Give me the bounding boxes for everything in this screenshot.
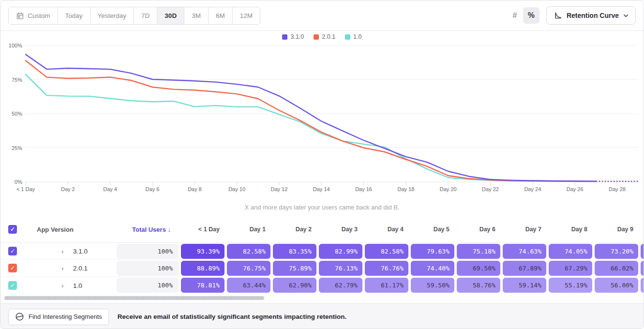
retention-cell: 82.58% [227, 244, 270, 259]
app-version-label: 3.1.0 [73, 248, 88, 255]
retention-cell: 88.89% [181, 261, 225, 276]
range-tab-custom[interactable]: Custom [9, 7, 58, 24]
retention-cell: 67.29% [549, 261, 592, 276]
series-line-1.0 [26, 75, 596, 181]
retention-cell: 59.50% [411, 278, 454, 293]
y-axis-tick-label: 50% [12, 111, 22, 117]
find-segments-button[interactable]: Find Interesting Segments [8, 309, 109, 325]
column-header-day-1[interactable]: Day 1 [227, 226, 266, 233]
y-axis-tick-label: 100% [9, 43, 22, 48]
retention-cell: 62.79% [319, 278, 362, 293]
row-checkbox-2.0.1[interactable]: ✓ [8, 264, 17, 272]
expand-chevron-icon[interactable]: › [61, 265, 63, 271]
retention-cell: 83.35% [273, 244, 316, 259]
x-axis-tick-label: Day 8 [188, 186, 202, 192]
app-version-label: 1.0 [73, 282, 82, 289]
row-checkbox-1.0[interactable]: ✓ [8, 281, 17, 290]
x-axis-tick-label: Day 4 [103, 186, 117, 192]
percentage-toggle[interactable]: % [523, 7, 539, 24]
retention-cell-partial [641, 244, 644, 259]
range-tab-label: 30D [165, 12, 177, 19]
retention-cell: 56.00% [595, 278, 638, 293]
retention-cell: 69.50% [457, 261, 500, 276]
select-all-checkbox[interactable]: ✓ [8, 225, 17, 234]
column-header-day-7[interactable]: Day 7 [503, 226, 541, 233]
range-tab-7d[interactable]: 7D [134, 7, 157, 24]
expand-chevron-icon[interactable]: › [61, 248, 63, 254]
column-header-total-users[interactable]: Total Users ↓ [117, 225, 171, 233]
x-axis-tick-label: Day 26 [567, 186, 584, 192]
range-tab-yesterday[interactable]: Yesterday [90, 7, 134, 24]
range-tab-today[interactable]: Today [58, 7, 90, 24]
range-tab-30d[interactable]: 30D [157, 7, 184, 24]
chart-type-label: Retention Curve [567, 12, 619, 19]
retention-cell: 75.89% [273, 261, 316, 276]
legend-label: 2.0.1 [322, 33, 335, 40]
range-tab-3m[interactable]: 3M [184, 7, 208, 24]
legend-label: 3.1.0 [290, 33, 304, 40]
legend-item-3.1.0[interactable]: 3.1.0 [282, 33, 304, 40]
x-axis-tick-label: Day 12 [270, 186, 287, 192]
table-row-3.1.0: ✓›3.1.0100%93.39%82.58%83.35%82.99%82.58… [0, 243, 644, 260]
footer-bar: Find Interesting Segments Receive an ema… [0, 303, 644, 329]
retention-cell: 74.40% [411, 261, 454, 276]
expand-chevron-icon[interactable]: › [61, 282, 63, 288]
column-header-day-9[interactable]: Day 9 [595, 226, 633, 233]
total-users-cell: 100% [117, 278, 179, 293]
range-tab-label: 6M [216, 12, 225, 19]
table-row-2.0.1: ✓›2.0.1100%88.89%76.75%75.89%76.13%76.76… [0, 260, 644, 277]
retention-cell: 63.44% [227, 278, 270, 293]
series-line-3.1.0 [26, 55, 596, 181]
column-header-1-day[interactable]: < 1 Day [181, 226, 220, 233]
retention-cell: 67.89% [503, 261, 546, 276]
retention-cell: 61.17% [365, 278, 408, 293]
column-header-day-8[interactable]: Day 8 [549, 226, 587, 233]
table-row-1.0: ✓›1.0100%78.81%63.44%62.90%62.79%61.17%5… [0, 277, 644, 294]
retention-cell-partial [641, 261, 644, 276]
x-axis-tick-label: Day 14 [313, 186, 330, 192]
chart-legend: 3.1.02.0.11.0 [0, 33, 644, 40]
retention-cell: 75.18% [457, 244, 500, 259]
segments-circle-icon [15, 312, 24, 321]
calendar-icon [16, 12, 24, 20]
column-header-day-2[interactable]: Day 2 [273, 226, 312, 233]
legend-item-1.0[interactable]: 1.0 [345, 33, 361, 40]
x-axis-tick-label: < 1 Day [16, 186, 35, 192]
column-header-day-4[interactable]: Day 4 [365, 226, 404, 233]
absolute-numbers-toggle[interactable]: # [507, 7, 523, 24]
retention-cell: 62.90% [273, 278, 316, 293]
sort-descending-icon: ↓ [168, 225, 171, 233]
find-segments-label: Find Interesting Segments [29, 313, 102, 320]
x-axis-tick-label: Day 16 [355, 186, 372, 192]
retention-cell: 82.58% [365, 244, 408, 259]
range-tab-12m[interactable]: 12M [232, 7, 260, 24]
scrollbar-thumb[interactable] [4, 296, 264, 300]
x-axis-tick-label: Day 6 [146, 186, 160, 192]
range-tab-6m[interactable]: 6M [208, 7, 232, 24]
x-axis-tick-label: Day 22 [482, 186, 499, 192]
retention-cell: 76.13% [319, 261, 362, 276]
date-range-group: CustomTodayYesterday7D30D3M6M12M [8, 7, 260, 25]
column-header-day-3[interactable]: Day 3 [319, 226, 358, 233]
chart-subtitle: X and more days later your users came ba… [0, 204, 644, 211]
horizontal-scrollbar[interactable] [0, 294, 644, 303]
column-header-day-6[interactable]: Day 6 [457, 226, 495, 233]
range-tab-label: 12M [240, 12, 253, 19]
retention-cell: 93.39% [181, 244, 225, 259]
x-axis-tick-label: Day 24 [524, 186, 541, 192]
retention-cell: 58.76% [457, 278, 500, 293]
table-header-row: ✓ App Version Total Users ↓ < 1 DayDay 1… [0, 216, 644, 243]
legend-label: 1.0 [353, 33, 361, 40]
chevron-down-icon [623, 13, 629, 18]
column-header-app-version[interactable]: App Version [37, 225, 74, 233]
column-header-day-5[interactable]: Day 5 [411, 226, 449, 233]
chart-type-dropdown[interactable]: Retention Curve [546, 6, 636, 25]
x-axis-tick-label: Day 2 [61, 186, 75, 192]
footer-message: Receive an email of statistically signif… [118, 313, 346, 320]
y-axis-tick-label: 75% [12, 77, 22, 83]
retention-curve-icon [554, 11, 562, 20]
retention-cell: 66.02% [595, 261, 638, 276]
row-checkbox-3.1.0[interactable]: ✓ [8, 247, 17, 255]
x-axis-tick-label: Day 20 [440, 186, 457, 192]
legend-item-2.0.1[interactable]: 2.0.1 [314, 33, 335, 40]
